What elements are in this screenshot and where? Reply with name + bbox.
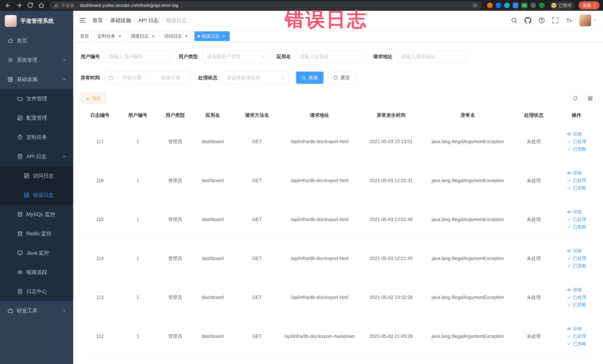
tab[interactable]: 错误日志× — [195, 31, 230, 41]
detail-link[interactable]: 详细 — [567, 248, 582, 254]
forward-icon[interactable] — [16, 2, 22, 9]
extension-icon[interactable] — [539, 3, 545, 8]
back-icon[interactable] — [5, 2, 11, 9]
sidebar-item[interactable]: MySQL 监控 — [0, 205, 73, 224]
tab[interactable]: 首页 — [77, 31, 92, 41]
bookmark-star-icon[interactable] — [472, 3, 478, 8]
sidebar-item[interactable]: 配置管理 — [0, 108, 73, 128]
cell-user-id: 1 — [119, 122, 156, 161]
user-id-input[interactable] — [104, 50, 171, 63]
sidebar-item[interactable]: Java 监控 — [0, 243, 73, 263]
extension-icon[interactable] — [487, 3, 493, 8]
mark-ignored-link[interactable]: 已忽略 — [567, 341, 586, 347]
tab-label: 调度日志 — [131, 33, 149, 39]
tab[interactable]: 访问日志× — [161, 31, 192, 41]
cell-actions: 详细 已处理 已忽略 — [557, 317, 596, 356]
browser-profile-chip[interactable]: 已暂停 — [549, 1, 575, 10]
caret-down-icon — [593, 18, 597, 23]
search-icon[interactable] — [511, 17, 518, 24]
sidebar-item[interactable]: 链路追踪 — [0, 263, 73, 282]
sidebar-item[interactable]: 访问日志 — [0, 166, 73, 186]
mark-processed-link[interactable]: 已处理 — [567, 139, 586, 144]
mark-processed-link[interactable]: 已处理 — [567, 294, 586, 300]
logo-avatar — [5, 15, 17, 27]
mark-ignored-link[interactable]: 已忽略 — [567, 263, 586, 269]
mark-ignored-link[interactable]: 已忽略 — [567, 302, 586, 308]
tab-close-icon[interactable]: × — [184, 34, 189, 39]
browser-menu-kebab-icon[interactable] — [592, 3, 597, 8]
extensions-cluster: on — [487, 3, 545, 8]
app-logo[interactable]: 芋道管理系统 — [0, 11, 73, 31]
sidebar-item[interactable]: API 日志 — [0, 147, 73, 166]
breadcrumb-item[interactable]: 基础设施 — [110, 17, 131, 24]
sidebar-item[interactable]: 基础设施 — [0, 70, 73, 89]
detail-link[interactable]: 详细 — [567, 170, 582, 176]
column-settings-button[interactable] — [585, 93, 596, 104]
search-button[interactable]: 搜索 — [296, 71, 324, 84]
browser-update-button[interactable]: 更新 — [579, 1, 600, 10]
update-label: 更新 — [583, 3, 591, 8]
breadcrumb-item[interactable]: API 日志 — [139, 17, 159, 24]
tab-close-icon[interactable]: × — [117, 34, 122, 39]
mark-processed-link[interactable]: 已处理 — [567, 177, 586, 183]
extension-icon[interactable] — [531, 3, 536, 8]
detail-link[interactable]: 详细 — [567, 209, 582, 215]
sidebar-item[interactable]: 日志中心 — [0, 282, 73, 301]
sidebar-item[interactable]: Redis 监控 — [0, 224, 73, 243]
browser-home-icon[interactable] — [38, 2, 45, 9]
extension-on-badge[interactable]: on — [521, 3, 528, 8]
mark-processed-link[interactable]: 已处理 — [567, 216, 586, 222]
table-body: 117 1 管理员 dashboard GET /api/infra/db-do… — [81, 122, 596, 356]
process-status-select[interactable] — [222, 71, 289, 84]
folder-icon — [17, 96, 23, 102]
column-header: 应用名 — [194, 109, 232, 122]
extension-icon[interactable] — [496, 3, 501, 8]
extension-icon[interactable] — [504, 3, 510, 8]
reload-icon[interactable] — [27, 2, 33, 9]
sidebar-item[interactable]: 文件管理 — [0, 89, 73, 108]
export-button[interactable]: 导出 — [81, 93, 106, 104]
detail-link[interactable]: 详细 — [567, 326, 582, 332]
address-bar[interactable]: 不安全 dashboard.yudao.iocoder.cn/infra/log… — [50, 1, 482, 10]
date-range-picker[interactable]: 开始日期 - 结束日期 — [104, 71, 191, 84]
sidebar-item[interactable]: 定时任务 — [0, 128, 73, 147]
mark-ignored-link[interactable]: 已忽略 — [567, 146, 586, 152]
app-name-input[interactable] — [295, 50, 366, 63]
cell-exception-name: java.lang.IllegalArgumentException — [426, 200, 510, 239]
cell-log-id: 115 — [81, 200, 119, 239]
font-size-icon[interactable] — [566, 17, 573, 24]
mark-ignored-link[interactable]: 已忽略 — [567, 185, 586, 191]
breadcrumb-item[interactable]: 首页 — [93, 17, 103, 24]
cell-user-id: 1 — [119, 239, 156, 278]
chevron-down-icon — [62, 58, 67, 62]
mark-processed-link[interactable]: 已处理 — [567, 333, 586, 339]
cell-exception-name: java.lang.IllegalArgumentException — [426, 239, 510, 278]
request-url-input[interactable] — [397, 50, 467, 63]
cell-app-name: dashboard — [194, 278, 232, 317]
sidebar-item[interactable]: 研发工具 — [0, 301, 73, 320]
check-icon — [567, 217, 571, 222]
reset-button[interactable]: 重置 — [328, 71, 355, 84]
tab[interactable]: 调度日志× — [128, 31, 159, 41]
user-menu[interactable] — [579, 14, 597, 26]
cell-request-url: /api/infra/db-doc/export-markdown — [282, 317, 357, 356]
table-row: 114 1 管理员 dashboard GET /api/infra/db-do… — [81, 239, 596, 278]
fullscreen-icon[interactable] — [552, 17, 559, 24]
tab-close-icon[interactable]: × — [151, 34, 156, 39]
refresh-button[interactable] — [570, 93, 581, 104]
help-icon[interactable] — [538, 17, 545, 24]
sidebar-item[interactable]: 系统管理 — [0, 50, 73, 70]
detail-link[interactable]: 详细 — [567, 131, 582, 137]
sidebar-item-label: 访问日志 — [33, 172, 54, 179]
github-icon[interactable] — [524, 17, 532, 24]
user-type-select[interactable] — [202, 50, 269, 63]
extension-icon[interactable] — [513, 3, 518, 8]
sidebar-item[interactable]: 错误日志 — [0, 186, 73, 205]
hamburger-icon[interactable] — [79, 17, 87, 24]
detail-link[interactable]: 详细 — [567, 287, 582, 293]
mark-processed-link[interactable]: 已处理 — [567, 255, 586, 261]
tab-close-icon[interactable]: × — [221, 34, 227, 39]
sidebar-item[interactable]: 首页 — [0, 31, 73, 50]
tab[interactable]: 定时任务× — [94, 31, 126, 41]
mark-ignored-link[interactable]: 已忽略 — [567, 224, 586, 230]
